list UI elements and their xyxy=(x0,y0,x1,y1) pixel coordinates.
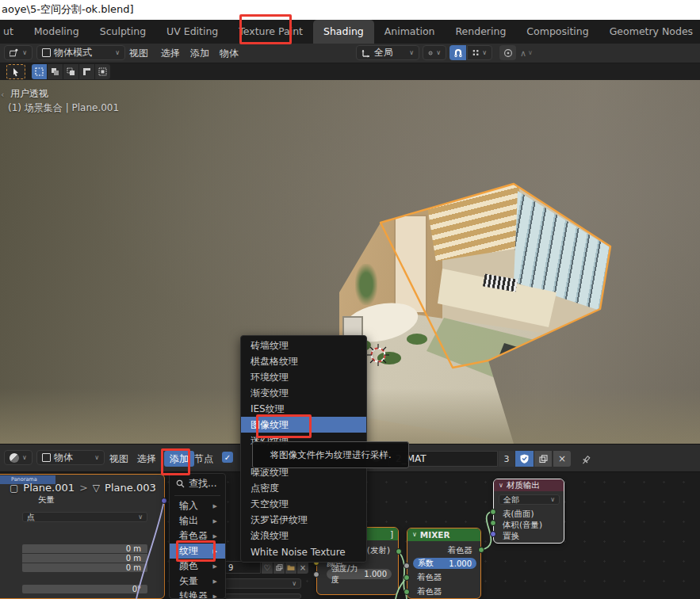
mode-dropdown[interactable]: 物体模式 ∨ xyxy=(36,45,125,60)
select-box-icon xyxy=(35,67,44,76)
proportional-circle-icon xyxy=(503,48,513,58)
emission-output-socket[interactable] xyxy=(396,548,402,555)
select-subtract-icon xyxy=(67,67,75,76)
menu-add[interactable]: 添加 xyxy=(190,44,209,63)
unlink-material-button[interactable]: × xyxy=(553,451,571,467)
submenu-item-sky-texture[interactable]: 天空纹理 xyxy=(241,496,366,512)
pivot-point-dropdown[interactable]: ∨ xyxy=(423,45,446,60)
output-displacement-socket[interactable] xyxy=(490,531,496,537)
tab-modeling[interactable]: Modeling xyxy=(24,20,90,44)
region-collapse-icon[interactable]: ‹ xyxy=(1,90,4,100)
mixer-factor-socket[interactable] xyxy=(404,563,410,569)
submenu-item-checker-texture[interactable]: 棋盘格纹理 xyxy=(241,353,366,369)
submenu-item-environment-texture[interactable]: 环境纹理 xyxy=(241,369,366,385)
mesh-square-icon: ▢ xyxy=(10,483,18,494)
menu-item-output[interactable]: 输出▶ xyxy=(170,513,225,528)
object-icon xyxy=(42,453,51,462)
submenu-item-white-noise-texture[interactable]: White Noise Texture xyxy=(241,544,366,560)
select-mode-subtract-button[interactable] xyxy=(63,64,78,79)
submenu-item-point-density[interactable]: 点密度 xyxy=(241,480,366,496)
snap-toggle-button[interactable] xyxy=(449,45,466,60)
submenu-item-ies-texture[interactable]: IES纹理 xyxy=(241,401,366,417)
use-nodes-checkbox[interactable]: ✓ xyxy=(222,452,233,463)
new-material-button[interactable] xyxy=(534,451,552,467)
shader-menu-add[interactable]: 添加 xyxy=(164,451,194,467)
3d-cursor xyxy=(367,344,389,366)
shader-object-dropdown[interactable]: 物体 ∨ xyxy=(36,450,105,465)
tab-uv-editing[interactable]: UV Editing xyxy=(156,20,228,44)
pin-button[interactable] xyxy=(580,451,591,470)
active-collection-label: (1) 场景集合 | Plane.001 xyxy=(8,101,119,115)
shader-editor-type-dropdown[interactable]: ∨ xyxy=(4,450,33,465)
submenu-item-image-texture[interactable]: 图像纹理 xyxy=(241,417,366,433)
link-vector-down xyxy=(136,501,164,599)
select-invert-icon xyxy=(82,67,91,76)
mixer-shader2-socket[interactable] xyxy=(404,589,410,595)
window-title: aoye\5-空间分割-ok.blend] xyxy=(0,0,700,20)
material-user-count[interactable]: 3 xyxy=(499,451,514,467)
magnet-icon xyxy=(453,48,463,58)
breadcrumb-data: Plane.003 xyxy=(105,482,156,494)
breadcrumb: ▢ Plane.001 > ▽ Plane.003 xyxy=(10,482,156,494)
shield-icon xyxy=(520,454,529,464)
tab-animation[interactable]: Animation xyxy=(374,20,446,44)
menu-separator xyxy=(174,495,220,496)
mixer-output-socket[interactable] xyxy=(478,547,484,553)
output-volume-socket[interactable] xyxy=(490,520,496,526)
proportional-editing-button[interactable] xyxy=(499,45,516,60)
select-mode-invert-button[interactable] xyxy=(79,64,94,79)
mixer-shader1-socket[interactable] xyxy=(404,574,410,581)
submenu-item-wave-texture[interactable]: 波浪纹理 xyxy=(241,528,366,544)
editor-type-dropdown[interactable]: ∨ xyxy=(4,45,33,60)
menu-item-vector[interactable]: 矢量▶ xyxy=(170,574,225,589)
workspace-tabbar: ut Modeling Sculpting UV Editing Texture… xyxy=(0,20,700,44)
viewport-editor-icon xyxy=(10,48,19,58)
menu-object[interactable]: 物体 xyxy=(220,44,239,63)
menu-item-shader[interactable]: 着色器▶ xyxy=(170,528,225,544)
select-mode-intersect-button[interactable] xyxy=(95,64,110,79)
tab-geometry-nodes[interactable]: Geometry Nodes xyxy=(599,20,700,44)
menu-item-input[interactable]: 输入▶ xyxy=(170,498,225,513)
breadcrumb-separator-icon: > xyxy=(79,482,88,494)
output-surface-socket[interactable] xyxy=(490,509,496,515)
tab-shading[interactable]: Shading xyxy=(313,20,374,44)
submenu-item-voronoi-texture[interactable]: 沃罗诺伊纹理 xyxy=(241,512,366,528)
pin-icon xyxy=(580,455,591,466)
tab-texture-paint[interactable]: Texture Paint xyxy=(228,20,313,44)
search-icon xyxy=(176,479,185,488)
copy-icon xyxy=(539,455,548,464)
orientation-label: 全局 xyxy=(374,46,393,59)
menu-item-color[interactable]: 颜色▶ xyxy=(170,559,225,574)
view-perspective-label: 用户透视 xyxy=(10,87,48,101)
viewport-header: ∨ 物体模式 ∨ 视图 选择 添加 物体 全局 ∨ ∨ xyxy=(0,44,700,63)
emission-strength-socket[interactable] xyxy=(313,571,319,578)
menu-item-search[interactable]: 查找... xyxy=(170,474,225,493)
pivot-icon xyxy=(428,48,433,58)
fake-user-shield-button[interactable] xyxy=(515,451,534,467)
shader-menu-view[interactable]: 视图 xyxy=(109,449,128,468)
add-node-menu: 查找... 输入▶ 输出▶ 着色器▶ 纹理▶ 颜色▶ 矢量▶ 转换器▶ xyxy=(169,473,226,599)
submenu-item-gradient-texture[interactable]: 渐变纹理 xyxy=(241,385,366,401)
mapping-vector-socket[interactable] xyxy=(161,498,167,504)
shader-menu-node[interactable]: 节点 xyxy=(194,449,213,468)
select-extend-icon xyxy=(51,67,59,76)
select-mode-extend-button[interactable] xyxy=(48,64,63,79)
snap-with-dropdown[interactable]: ∨ xyxy=(467,45,492,60)
shader-menu-select[interactable]: 选择 xyxy=(137,449,156,468)
falloff-dropdown[interactable]: ∧ ∨ xyxy=(520,44,533,63)
menu-select[interactable]: 选择 xyxy=(161,44,180,63)
shader-sphere-icon xyxy=(10,453,19,463)
cursor-icon xyxy=(12,67,20,77)
active-tool-tweak-button[interactable] xyxy=(6,64,25,79)
tab-sculpting[interactable]: Sculpting xyxy=(90,20,156,44)
tab-layout[interactable]: ut xyxy=(0,20,24,44)
menu-item-converter[interactable]: 转换器▶ xyxy=(170,589,225,599)
tab-compositing[interactable]: Compositing xyxy=(516,20,599,44)
menu-view[interactable]: 视图 xyxy=(129,44,148,63)
submenu-item-brick-texture[interactable]: 砖墙纹理 xyxy=(241,338,366,353)
transform-orientation-dropdown[interactable]: 全局 ∨ xyxy=(356,45,419,60)
shader-object-label: 物体 xyxy=(54,451,73,464)
menu-item-texture[interactable]: 纹理▶ xyxy=(170,544,225,559)
tab-rendering[interactable]: Rendering xyxy=(445,20,516,44)
select-mode-set-button[interactable] xyxy=(32,64,47,79)
